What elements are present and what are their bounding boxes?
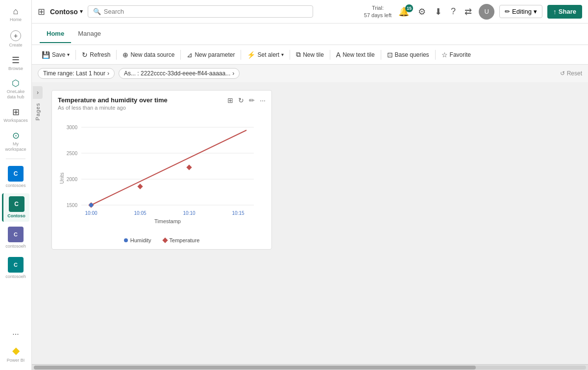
filter-bar: Time range: Last 1 hour › As... : 2222cc… [32, 65, 588, 82]
nav-item-contosoeh1[interactable]: C contosoeh [2, 224, 29, 252]
scrollbar-track[interactable] [34, 366, 586, 370]
myworkspace-icon: ⊙ [12, 131, 20, 140]
nav-item-contosoeh2[interactable]: C contosoeh [2, 254, 29, 282]
share-arrow-icon: ↑ [553, 8, 557, 16]
nav-item-browse[interactable]: ☰ Browse [2, 53, 29, 74]
refresh-button[interactable]: ↻ Refresh [78, 48, 114, 61]
sep8 [435, 50, 436, 60]
chart-refresh-icon[interactable]: ↻ [237, 95, 245, 105]
nav-more[interactable]: ··· [2, 327, 29, 342]
tabs-bar: Home Manage [32, 23, 588, 45]
new-parameter-button[interactable]: ⊿ New parameter [183, 48, 239, 61]
contosoes-icon: C [8, 166, 24, 182]
new-parameter-label: New parameter [195, 51, 235, 58]
bottom-scrollbar[interactable] [32, 364, 588, 370]
trial-line1: Trial: [364, 4, 392, 11]
refresh-icon: ↻ [82, 51, 88, 59]
filter-chevron: › [107, 70, 109, 77]
more-icon: ··· [12, 330, 19, 339]
nav-item-workspaces[interactable]: ⊞ Workspaces [2, 105, 29, 126]
asset-chevron: › [232, 70, 234, 77]
chart-legend: Humidity Temperature [58, 237, 266, 243]
settings-icon[interactable]: ⚙ [416, 4, 428, 19]
scrollbar-thumb[interactable] [34, 366, 476, 370]
chart-edit-icon[interactable]: ✏ [248, 95, 256, 105]
save-button[interactable]: 💾 Save ▾ [38, 48, 74, 61]
top-bar: ⊞ Contoso ▾ 🔍 Trial: 57 days left 🔔 15 ⚙… [32, 0, 588, 23]
time-range-text: Time range: Last 1 hour [43, 70, 105, 77]
legend-temperature: Temperature [163, 237, 200, 243]
chart-card: Temperature and humidity over time As of… [51, 90, 272, 250]
nav-powerbi: ◆ Power BI [2, 342, 29, 366]
search-box[interactable]: 🔍 [88, 5, 313, 18]
base-queries-label: Base queries [395, 51, 429, 58]
share-button[interactable]: ↑ Share [547, 5, 582, 19]
refresh-label: Refresh [90, 51, 110, 58]
nav-item-onelake[interactable]: ⬡ OneLakedata hub [2, 76, 29, 103]
download-icon[interactable]: ⬇ [433, 4, 444, 19]
new-datasource-button[interactable]: ⊕ New data source [119, 48, 178, 61]
reset-icon: ↺ [560, 70, 565, 77]
temperature-diamond [162, 237, 168, 243]
workspaces-icon: ⊞ [12, 108, 20, 116]
queries-icon: ⊡ [387, 51, 393, 59]
pages-toggle[interactable]: › [33, 86, 43, 99]
text-tile-icon: A [336, 51, 341, 59]
new-text-label: New text tile [343, 51, 374, 58]
tile-icon: ⧉ [296, 50, 301, 59]
svg-text:10:00: 10:00 [85, 210, 97, 216]
legend-humidity: Humidity [124, 237, 151, 243]
chart-actions: ⊞ ↻ ✏ ··· [226, 95, 267, 105]
share-network-icon[interactable]: ⇄ [463, 4, 474, 19]
tab-home[interactable]: Home [40, 25, 71, 43]
nav-bottom: ··· ◆ Power BI [2, 327, 29, 366]
editing-button[interactable]: ✏ Editing ▾ [499, 5, 542, 18]
new-text-tile-button[interactable]: A New text tile [332, 48, 379, 61]
time-range-filter[interactable]: Time range: Last 1 hour › [38, 68, 115, 79]
search-input[interactable] [104, 8, 308, 15]
nav-item-contosoes[interactable]: C contosoes [2, 163, 29, 191]
pages-panel: › Pages [32, 82, 44, 364]
notification-count: 15 [405, 4, 413, 12]
new-tile-button[interactable]: ⧉ New tile [292, 48, 328, 61]
svg-text:Units: Units [59, 173, 65, 184]
tab-manage[interactable]: Manage [71, 25, 108, 43]
svg-rect-17 [186, 164, 192, 170]
sep6 [330, 50, 330, 60]
favorite-button[interactable]: ☆ Favorite [438, 48, 475, 61]
nav-item-myworkspace[interactable]: ⊙ Myworkspace [2, 128, 29, 155]
svg-text:2500: 2500 [67, 151, 78, 156]
workspace-selector[interactable]: Contoso ▾ [50, 8, 83, 16]
help-icon[interactable]: ? [449, 4, 458, 19]
base-queries-button[interactable]: ⊡ Base queries [383, 48, 433, 61]
chart-grid-icon[interactable]: ⊞ [226, 95, 234, 105]
svg-rect-16 [137, 184, 143, 189]
nav-item-home[interactable]: ⌂ Home [2, 4, 29, 25]
chart-more-icon[interactable]: ··· [259, 95, 267, 105]
svg-line-14 [91, 130, 246, 205]
favorite-icon: ☆ [441, 51, 448, 59]
share-label: Share [559, 8, 576, 15]
set-alert-button[interactable]: ⚡ Set alert ▾ [243, 48, 288, 61]
svg-text:1500: 1500 [67, 203, 78, 208]
editing-label: Editing [512, 8, 532, 15]
nav-item-create[interactable]: + Create [2, 27, 29, 51]
toolbar: 💾 Save ▾ ↻ Refresh ⊕ New data source ⊿ N… [32, 45, 588, 65]
nav-item-contoso[interactable]: C Contoso [2, 193, 29, 222]
asset-filter[interactable]: As... : 2222cccc-33dd-eeee-ff44-aaaaa...… [119, 68, 240, 79]
chart-svg: 3000 2500 2000 1500 Units 10:00 10 [58, 115, 264, 232]
svg-text:10:10: 10:10 [183, 210, 195, 216]
contosoeh1-icon: C [8, 227, 24, 242]
reset-button[interactable]: ↺ Reset [560, 70, 582, 77]
sep3 [180, 50, 181, 60]
trial-line2: 57 days left [364, 12, 392, 19]
create-icon: + [10, 30, 21, 41]
sep1 [75, 50, 76, 60]
sep2 [116, 50, 117, 60]
user-avatar[interactable]: U [479, 4, 494, 20]
app-grid-icon[interactable]: ⊞ [38, 6, 45, 17]
powerbi-icon: ◆ [12, 345, 20, 356]
parameter-icon: ⊿ [187, 51, 193, 59]
notification-bell[interactable]: 🔔 15 [396, 6, 411, 17]
sep4 [241, 50, 241, 60]
